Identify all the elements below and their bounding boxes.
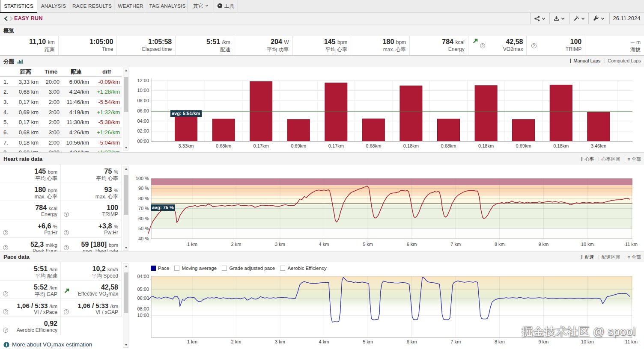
- svg-text:7 km: 7 km: [450, 339, 461, 344]
- svg-text:11 km: 11 km: [625, 339, 638, 344]
- svg-text:0.17km: 0.17km: [253, 143, 269, 148]
- svg-text:10 km: 10 km: [581, 242, 594, 247]
- svg-text:9 km: 9 km: [538, 242, 549, 247]
- svg-text:50 %: 50 %: [138, 226, 149, 231]
- svg-text:40 %: 40 %: [138, 236, 149, 241]
- svg-text:6 km: 6 km: [407, 339, 417, 344]
- svg-text:2 km: 2 km: [231, 242, 241, 247]
- svg-text:3 km: 3 km: [275, 242, 285, 247]
- svg-text:5 km: 5 km: [363, 339, 373, 344]
- svg-text:90 %: 90 %: [138, 186, 149, 191]
- svg-text:0.18km: 0.18km: [478, 143, 494, 148]
- svg-text:8 km: 8 km: [495, 339, 505, 344]
- svg-text:0.68km: 0.68km: [216, 143, 231, 148]
- svg-text:1 km: 1 km: [187, 242, 197, 247]
- svg-text:08:00: 08:00: [137, 98, 149, 103]
- svg-text:04:00: 04:00: [137, 274, 149, 279]
- svg-text:0.68km: 0.68km: [441, 143, 456, 148]
- svg-text:6 km: 6 km: [407, 242, 417, 247]
- svg-text:00:00: 00:00: [137, 139, 149, 144]
- svg-text:3 km: 3 km: [275, 339, 285, 344]
- svg-text:9 km: 9 km: [538, 339, 549, 344]
- svg-text:05:00: 05:00: [137, 287, 149, 292]
- svg-text:7 km: 7 km: [450, 242, 461, 247]
- svg-text:2 km: 2 km: [231, 339, 241, 344]
- svg-text:100 %: 100 %: [136, 176, 149, 181]
- svg-text:12:00: 12:00: [137, 78, 149, 83]
- svg-text:60 %: 60 %: [138, 216, 149, 221]
- svg-text:0.69km: 0.69km: [291, 143, 306, 148]
- svg-text:10:00: 10:00: [137, 88, 149, 93]
- svg-text:0.68km: 0.68km: [366, 143, 381, 148]
- svg-text:10 km: 10 km: [581, 339, 594, 344]
- svg-text:80 %: 80 %: [138, 196, 149, 201]
- svg-text:1 km: 1 km: [187, 339, 197, 344]
- svg-text:0.18km: 0.18km: [553, 143, 569, 148]
- svg-text:70 %: 70 %: [138, 206, 149, 211]
- svg-text:08:00: 08:00: [137, 306, 149, 311]
- svg-text:3.46km: 3.46km: [591, 143, 606, 148]
- svg-text:4 km: 4 km: [319, 339, 329, 344]
- svg-text:8 km: 8 km: [495, 242, 505, 247]
- svg-text:4 km: 4 km: [319, 242, 329, 247]
- svg-text:06:00: 06:00: [137, 108, 149, 113]
- svg-text:04:00: 04:00: [137, 118, 149, 124]
- svg-text:0.69km: 0.69km: [516, 143, 531, 148]
- svg-text:0.18km: 0.18km: [403, 143, 419, 148]
- svg-text:11 km: 11 km: [625, 242, 638, 247]
- svg-text:10:00: 10:00: [137, 313, 149, 318]
- svg-text:06:00: 06:00: [137, 296, 149, 301]
- svg-text:3.33km: 3.33km: [178, 143, 194, 148]
- svg-text:02:00: 02:00: [137, 128, 149, 133]
- svg-text:5 km: 5 km: [363, 242, 373, 247]
- svg-text:0.17km: 0.17km: [328, 143, 344, 148]
